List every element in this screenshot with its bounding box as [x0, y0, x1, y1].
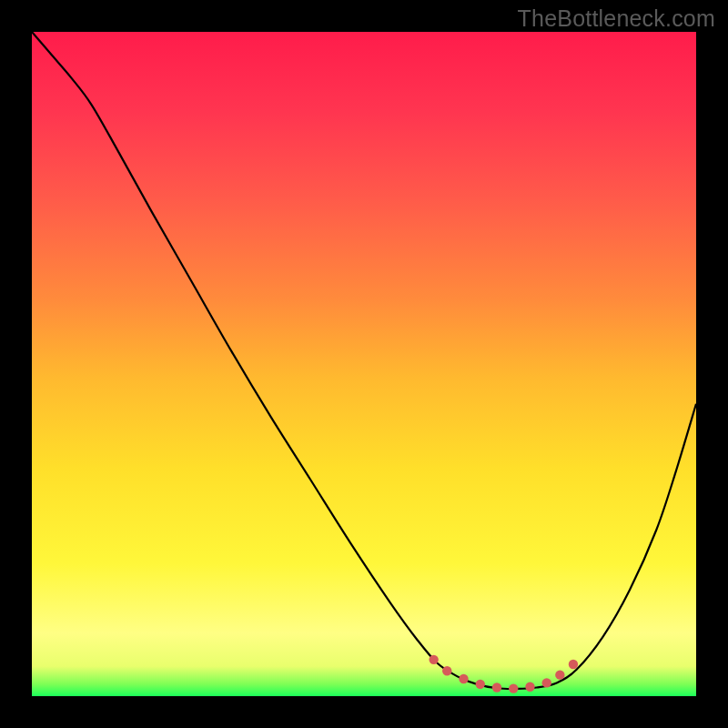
optimal-dot — [459, 674, 468, 683]
optimal-dot — [525, 682, 534, 692]
optimal-dot — [429, 655, 438, 664]
optimal-dot — [542, 678, 551, 687]
chart-canvas: TheBottleneck.com — [0, 0, 728, 728]
optimal-dot — [492, 682, 501, 692]
bottleneck-dots — [32, 32, 696, 696]
optimal-dot — [476, 680, 485, 689]
watermark: TheBottleneck.com — [518, 5, 715, 32]
optimal-dot — [569, 660, 578, 669]
optimal-dot — [555, 670, 564, 679]
plot-area — [32, 32, 696, 696]
optimal-dot — [442, 666, 451, 675]
optimal-dot — [509, 683, 518, 693]
